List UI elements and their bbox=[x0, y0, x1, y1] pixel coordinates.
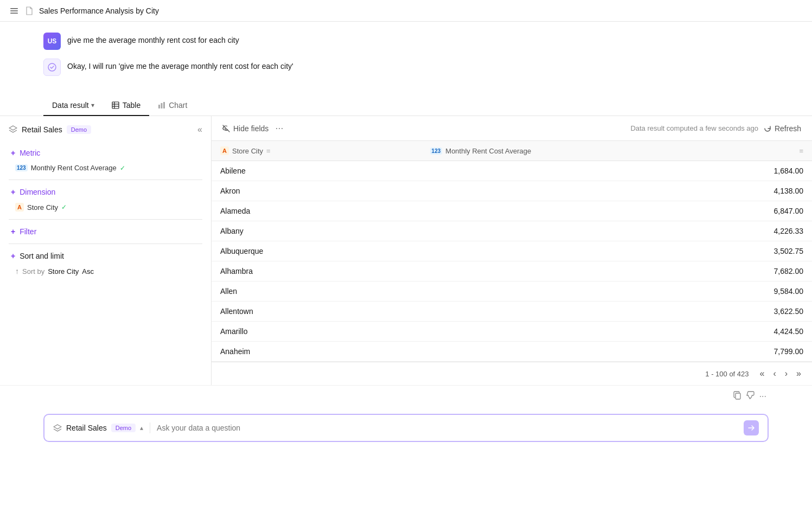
col1-menu-icon[interactable]: ≡ bbox=[266, 147, 271, 155]
input-layers-icon bbox=[53, 424, 62, 432]
add-sort-icon: + bbox=[11, 252, 15, 260]
dimension-section-header[interactable]: + Dimension bbox=[9, 184, 202, 200]
svg-rect-2 bbox=[10, 12, 18, 14]
left-panel: Retail Sales Demo « + Metric 123 Monthly… bbox=[0, 116, 212, 385]
metric-field-name: Monthly Rent Cost Average bbox=[31, 164, 117, 172]
copy-button[interactable] bbox=[731, 389, 744, 404]
sort-limit-section-header[interactable]: + Sort and limit bbox=[9, 248, 202, 264]
pagination-bar: 1 - 100 of 423 « ‹ › » bbox=[212, 362, 812, 385]
metric-section-header[interactable]: + Metric bbox=[9, 145, 202, 161]
hide-fields-button[interactable]: Hide fields bbox=[222, 124, 268, 133]
more-options-button[interactable]: ··· bbox=[275, 123, 283, 134]
dimension-type-badge: A bbox=[15, 203, 24, 212]
tab-chart[interactable]: Chart bbox=[149, 95, 196, 116]
input-chevron-icon[interactable]: ▴ bbox=[140, 424, 143, 432]
thumbs-down-button[interactable] bbox=[744, 389, 757, 404]
brand-name: Retail Sales bbox=[22, 125, 62, 134]
value-cell: 4,138.00 bbox=[421, 181, 812, 201]
table-row: Albany 4,226.33 bbox=[212, 221, 812, 241]
table-row: Akron 4,138.00 bbox=[212, 181, 812, 201]
input-bar: Retail Sales Demo ▴ bbox=[43, 414, 769, 442]
city-cell: Anaheim bbox=[212, 342, 421, 362]
table-row: Allentown 3,622.50 bbox=[212, 302, 812, 322]
city-cell: Albany bbox=[212, 221, 421, 241]
divider-3 bbox=[9, 244, 202, 244]
next-page-button[interactable]: › bbox=[783, 368, 790, 380]
divider-1 bbox=[9, 180, 202, 180]
sort-order-value: Asc bbox=[82, 267, 94, 275]
last-page-button[interactable]: » bbox=[794, 368, 803, 380]
metric-type-badge: 123 bbox=[15, 164, 28, 171]
tab-table[interactable]: Table bbox=[103, 95, 149, 116]
filter-label: Filter bbox=[20, 227, 36, 236]
city-cell: Akron bbox=[212, 181, 421, 201]
table-row: Anaheim 7,799.00 bbox=[212, 342, 812, 362]
tab-data-result[interactable]: Data result ▾ bbox=[43, 95, 103, 116]
user-message: US give me the average monthly rent cost… bbox=[43, 33, 769, 50]
col1-header-label: Store City bbox=[232, 147, 263, 155]
topbar: Sales Performance Analysis by City bbox=[0, 0, 812, 22]
right-panel: Hide fields ··· Data result computed a f… bbox=[212, 116, 812, 385]
input-divider bbox=[150, 422, 150, 433]
input-bar-wrapper: Retail Sales Demo ▴ bbox=[0, 407, 812, 448]
refresh-label: Refresh bbox=[775, 124, 801, 133]
svg-rect-1 bbox=[10, 10, 18, 11]
add-dimension-icon: + bbox=[11, 188, 15, 196]
collapse-button[interactable]: « bbox=[197, 125, 202, 134]
add-filter-icon: + bbox=[11, 227, 15, 236]
col2-header-label: Monthly Rent Cost Average bbox=[445, 147, 531, 155]
table-row: Allen 9,584.00 bbox=[212, 281, 812, 302]
first-page-button[interactable]: « bbox=[758, 368, 767, 380]
divider-2 bbox=[9, 219, 202, 220]
sort-by-label: Sort by bbox=[22, 267, 44, 275]
add-metric-icon: + bbox=[11, 149, 15, 157]
tabs-bar: Data result ▾ Table Chart bbox=[0, 95, 812, 116]
dimension-field-row: A Store City ✓ bbox=[13, 200, 202, 215]
table-icon bbox=[112, 101, 119, 109]
refresh-button[interactable]: Refresh bbox=[764, 124, 801, 133]
tab-table-label: Table bbox=[123, 101, 140, 110]
city-cell: Amarillo bbox=[212, 322, 421, 342]
sort-by-row: ↑ Sort by Store City Asc bbox=[13, 264, 202, 279]
tab-data-result-label: Data result bbox=[52, 101, 89, 110]
dimension-check-icon: ✓ bbox=[61, 203, 67, 211]
svg-rect-8 bbox=[158, 105, 160, 108]
user-message-text: give me the average monthly rent cost fo… bbox=[67, 33, 239, 44]
sidebar-toggle-icon[interactable] bbox=[9, 5, 20, 16]
table-row: Alhambra 7,682.00 bbox=[212, 261, 812, 281]
filter-section-header[interactable]: + Filter bbox=[9, 224, 202, 239]
table-row: Albuquerque 3,502.75 bbox=[212, 241, 812, 261]
sort-arrow-icon: ↑ bbox=[15, 267, 19, 275]
dimension-field-name: Store City bbox=[27, 203, 58, 212]
chart-icon bbox=[158, 101, 165, 109]
prev-page-button[interactable]: ‹ bbox=[771, 368, 778, 380]
data-table: A Store City ≡ 123 Monthly Rent Cost Ave… bbox=[212, 141, 812, 362]
value-cell: 7,799.00 bbox=[421, 342, 812, 362]
more-actions-button[interactable]: ··· bbox=[757, 389, 769, 404]
tab-chart-label: Chart bbox=[169, 101, 187, 110]
city-cell: Abilene bbox=[212, 161, 421, 181]
value-cell: 3,622.50 bbox=[421, 302, 812, 322]
svg-rect-11 bbox=[736, 393, 740, 399]
action-icons-bar: ··· bbox=[0, 385, 812, 407]
value-cell: 4,424.50 bbox=[421, 322, 812, 342]
col-store-city-header: A Store City ≡ bbox=[212, 141, 421, 161]
table-row: Amarillo 4,424.50 bbox=[212, 322, 812, 342]
send-button[interactable] bbox=[744, 420, 759, 435]
table-toolbar: Hide fields ··· Data result computed a f… bbox=[212, 116, 812, 141]
layers-icon bbox=[9, 125, 17, 134]
col2-menu-icon[interactable]: ≡ bbox=[799, 147, 803, 155]
sort-limit-label: Sort and limit bbox=[20, 252, 64, 260]
table-header-row: A Store City ≡ 123 Monthly Rent Cost Ave… bbox=[212, 141, 812, 161]
document-icon bbox=[24, 5, 35, 16]
toolbar-left: Hide fields ··· bbox=[222, 123, 283, 134]
value-cell: 1,684.00 bbox=[421, 161, 812, 181]
panel-header: Retail Sales Demo « bbox=[9, 125, 202, 134]
value-cell: 6,847.00 bbox=[421, 201, 812, 221]
question-input[interactable] bbox=[157, 424, 737, 432]
chat-area: US give me the average monthly rent cost… bbox=[0, 22, 812, 95]
ai-message: Okay, I will run 'give me the average mo… bbox=[43, 59, 769, 76]
content-area: Retail Sales Demo « + Metric 123 Monthly… bbox=[0, 116, 812, 385]
svg-rect-10 bbox=[163, 102, 165, 108]
city-cell: Alameda bbox=[212, 201, 421, 221]
